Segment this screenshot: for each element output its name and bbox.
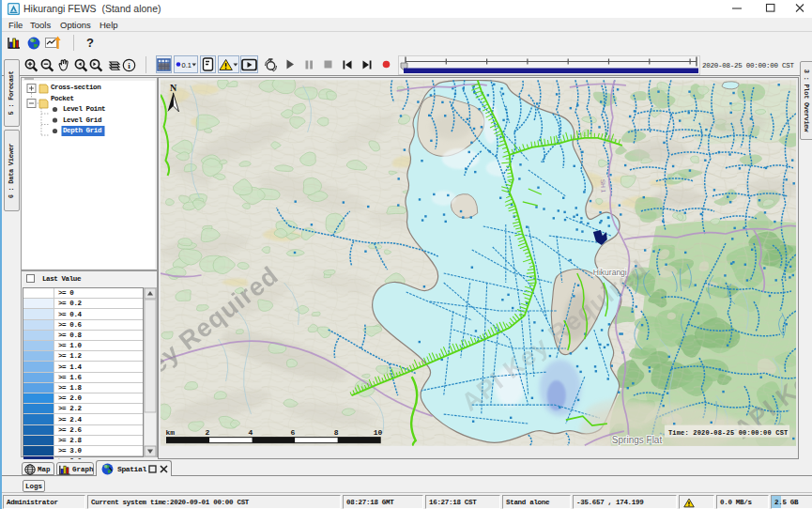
svg-text:Time: 2020-08-25 00:00:00 CST: Time: 2020-08-25 00:00:00 CST xyxy=(667,428,788,436)
svg-text:N: N xyxy=(170,83,177,93)
svg-text:6: 6 xyxy=(290,428,295,437)
svg-text:i: i xyxy=(128,61,130,70)
svg-text:2: 2 xyxy=(205,428,209,437)
svg-text:SH 1: SH 1 xyxy=(599,178,606,193)
svg-text:Hikurangi: Hikurangi xyxy=(592,268,626,277)
svg-text:8: 8 xyxy=(333,428,338,437)
svg-text:km: km xyxy=(165,428,175,437)
svg-text:4: 4 xyxy=(248,428,253,437)
svg-text:Springs Flat: Springs Flat xyxy=(611,435,662,445)
svg-text:0.1: 0.1 xyxy=(182,61,192,69)
svg-text:10: 10 xyxy=(373,428,382,437)
